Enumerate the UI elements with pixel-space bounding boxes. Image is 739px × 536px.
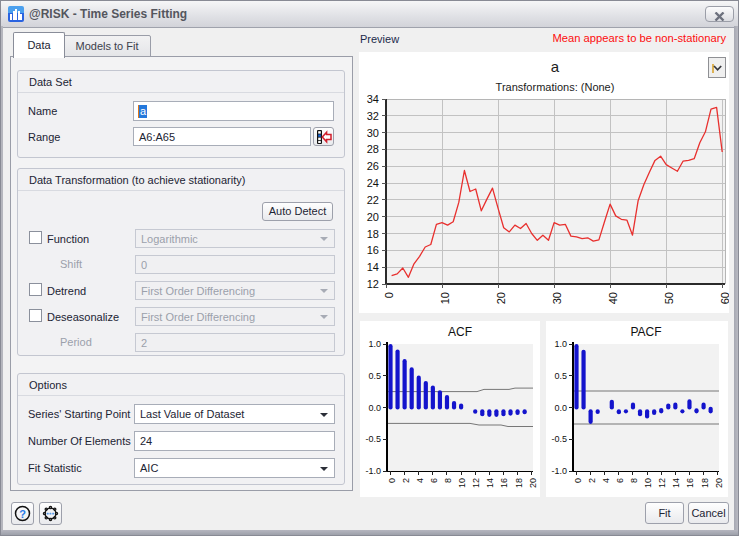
svg-text:2: 2 <box>401 478 411 483</box>
svg-text:18: 18 <box>367 228 379 240</box>
svg-text:14: 14 <box>485 478 495 488</box>
svg-text:1.0: 1.0 <box>368 339 381 349</box>
svg-text:0: 0 <box>383 292 395 298</box>
svg-text:34: 34 <box>367 93 379 105</box>
svg-text:20: 20 <box>714 478 724 488</box>
svg-text:20: 20 <box>528 478 538 488</box>
svg-text:26: 26 <box>367 160 379 172</box>
svg-text:1.0: 1.0 <box>554 339 567 349</box>
svg-text:20: 20 <box>495 292 507 304</box>
svg-text:14: 14 <box>367 261 379 273</box>
svg-text:-1.0: -1.0 <box>551 466 567 476</box>
svg-text:8: 8 <box>629 478 639 483</box>
svg-text:4: 4 <box>601 478 611 483</box>
svg-text:30: 30 <box>367 127 379 139</box>
svg-text:PACF: PACF <box>630 325 661 339</box>
svg-text:12: 12 <box>657 478 667 488</box>
svg-text:28: 28 <box>367 143 379 155</box>
svg-text:-0.5: -0.5 <box>551 434 567 444</box>
svg-text:0.5: 0.5 <box>368 371 381 381</box>
svg-text:-1.0: -1.0 <box>365 466 381 476</box>
svg-text:16: 16 <box>685 478 695 488</box>
svg-text:40: 40 <box>607 292 619 304</box>
svg-text:Transformations: (None): Transformations: (None) <box>496 81 615 93</box>
svg-text:0.0: 0.0 <box>554 403 567 413</box>
svg-text:-0.5: -0.5 <box>365 434 381 444</box>
svg-text:12: 12 <box>471 478 481 488</box>
svg-text:10: 10 <box>439 292 451 304</box>
svg-text:a: a <box>551 58 560 75</box>
svg-text:6: 6 <box>615 478 625 483</box>
svg-text:10: 10 <box>457 478 467 488</box>
svg-text:10: 10 <box>643 478 653 488</box>
svg-text:6: 6 <box>429 478 439 483</box>
svg-text:18: 18 <box>514 478 524 488</box>
svg-text:0.5: 0.5 <box>554 371 567 381</box>
svg-text:60: 60 <box>719 292 729 304</box>
svg-text:16: 16 <box>499 478 509 488</box>
svg-text:20: 20 <box>367 211 379 223</box>
svg-text:30: 30 <box>551 292 563 304</box>
svg-text:4: 4 <box>415 478 425 483</box>
svg-text:50: 50 <box>663 292 675 304</box>
svg-text:24: 24 <box>367 177 379 189</box>
svg-text:16: 16 <box>367 244 379 256</box>
svg-text:0: 0 <box>387 478 397 483</box>
svg-text:0: 0 <box>573 478 583 483</box>
svg-text:?: ? <box>19 508 26 520</box>
svg-text:14: 14 <box>671 478 681 488</box>
svg-text:ACF: ACF <box>448 325 472 339</box>
svg-text:12: 12 <box>367 278 379 290</box>
svg-text:18: 18 <box>700 478 710 488</box>
svg-text:8: 8 <box>443 478 453 483</box>
svg-text:2: 2 <box>587 478 597 483</box>
svg-text:0.0: 0.0 <box>368 403 381 413</box>
svg-text:32: 32 <box>367 110 379 122</box>
svg-text:22: 22 <box>367 194 379 206</box>
